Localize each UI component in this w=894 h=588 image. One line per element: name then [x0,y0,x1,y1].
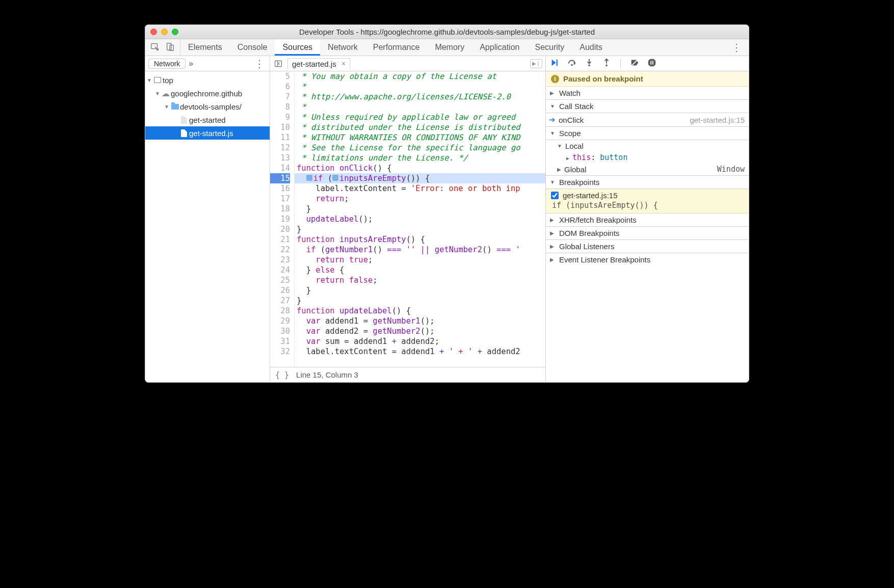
svg-point-8 [588,65,590,67]
tree-top[interactable]: ▼ top [145,73,270,87]
dom-breakpoints-section[interactable]: ▶DOM Breakpoints [546,227,749,240]
file-icon [181,116,187,124]
event-listener-breakpoints-section[interactable]: ▶Event Listener Breakpoints [546,253,749,266]
code-line[interactable]: * You may obtain a copy of the License a… [295,71,545,82]
inspect-icon[interactable] [150,42,160,53]
code-line[interactable]: function updateLabel() { [295,306,545,316]
xhr-breakpoints-section[interactable]: ▶XHR/fetch Breakpoints [546,213,749,227]
tab-performance[interactable]: Performance [365,39,428,56]
code-line[interactable]: var addend2 = getNumber2(); [295,326,545,336]
network-tab[interactable]: Network [148,59,186,69]
code-line[interactable]: } [295,296,545,306]
file-tab[interactable]: get-started.js × [287,58,350,69]
scope-section[interactable]: ▼Scope [546,127,749,140]
tree-origin[interactable]: ▼ googlechrome.github [145,87,270,100]
code-line[interactable]: * [295,82,545,92]
tab-elements[interactable]: Elements [180,39,230,56]
run-snippet-icon[interactable]: ▶❘ [530,59,542,68]
code-line[interactable]: } [295,285,545,296]
paused-banner: i Paused on breakpoint [546,71,749,87]
code-line[interactable]: * limitations under the License. */ [295,153,545,163]
svg-point-6 [571,64,573,66]
code-line[interactable]: } [295,224,545,234]
code-line[interactable]: if (getNumber1() === '' || getNumber2() … [295,245,545,255]
code-line[interactable]: var sum = addend1 + addend2; [295,336,545,346]
svg-rect-13 [652,61,653,64]
svg-rect-12 [650,61,651,64]
minimize-icon[interactable] [161,29,168,35]
code-line[interactable]: return; [295,194,545,204]
info-icon: i [551,75,559,83]
global-listeners-section[interactable]: ▶Global Listeners [546,240,749,253]
navigator-pane: Network » ⋮ ▼ top ▼ googlechrome.github … [145,56,270,382]
tree-file-js[interactable]: get-started.js [145,126,270,140]
callstack-frame[interactable]: ➔ onClick get-started.js:15 [546,113,749,127]
svg-point-10 [606,65,608,67]
watch-section[interactable]: ▶Watch [546,87,749,100]
tab-memory[interactable]: Memory [427,39,472,56]
debugger-pane: i Paused on breakpoint ▶Watch ▼Call Stac… [546,56,749,382]
close-icon[interactable] [150,29,157,35]
breakpoint-checkbox[interactable] [551,192,559,199]
editor-pane: get-started.js × ▶❘ 56789101112131415161… [270,56,546,382]
tree-folder[interactable]: ▼ devtools-samples/ [145,100,270,113]
tab-console[interactable]: Console [230,39,275,56]
code-line[interactable]: function inputsAreEmpty() { [295,234,545,245]
tab-sources[interactable]: Sources [275,39,320,56]
code-line[interactable]: * http://www.apache.org/licenses/LICENSE… [295,92,545,102]
pause-exceptions-icon[interactable] [647,58,656,69]
code-line[interactable]: return false; [295,275,545,285]
resume-icon[interactable] [550,58,559,69]
cloud-icon [161,89,171,98]
navigator-more[interactable]: » [189,59,193,68]
file-icon [181,129,187,137]
svg-rect-2 [170,45,173,50]
code-line[interactable]: updateLabel(); [295,214,545,224]
navigator-menu-icon[interactable]: ⋮ [252,58,267,70]
step-into-icon[interactable] [585,58,594,69]
tab-network[interactable]: Network [320,39,365,56]
scope-this[interactable]: ▶ this: button [546,152,749,163]
scope-global[interactable]: ▶GlobalWindow [546,163,749,176]
tab-application[interactable]: Application [472,39,527,56]
current-frame-icon: ➔ [549,115,556,124]
frame-icon [154,77,161,83]
code-line[interactable]: label.textContent = 'Error: one or both … [295,183,545,194]
traffic-lights [150,29,178,35]
code-line[interactable]: } [295,204,545,214]
pretty-print-icon[interactable]: { } [275,370,289,380]
close-tab-icon[interactable]: × [339,60,348,68]
tab-security[interactable]: Security [527,39,572,56]
code-line[interactable]: var addend1 = getNumber1(); [295,316,545,326]
devtools-window: Developer Tools - https://googlechrome.g… [145,24,749,383]
breakpoint-item[interactable]: get-started.js:15 if (inputsAreEmpty()) … [546,189,749,213]
code-line[interactable]: * Unless required by applicable law or a… [295,112,545,122]
tab-audits[interactable]: Audits [572,39,610,56]
svg-rect-1 [167,43,171,50]
code-line[interactable]: label.textContent = addend1 + ' + ' + ad… [295,346,545,357]
code-line[interactable]: return true; [295,255,545,265]
folder-icon [171,104,179,110]
code-line[interactable]: * See the License for the specific langu… [295,143,545,153]
code-line[interactable]: * distributed under the License is distr… [295,122,545,132]
code-line[interactable]: * [295,102,545,112]
step-over-icon[interactable] [567,58,576,69]
callstack-section[interactable]: ▼Call Stack [546,100,749,113]
code-line[interactable]: function onClick() { [295,163,545,173]
code-line[interactable]: } else { [295,265,545,275]
window-title: Developer Tools - https://googlechrome.g… [145,28,749,36]
code-line[interactable]: * WITHOUT WARRANTIES OR CONDITIONS OF AN… [295,132,545,143]
deactivate-breakpoints-icon[interactable] [630,58,639,69]
file-tree: ▼ top ▼ googlechrome.github ▼ devtools-s… [145,71,270,382]
tree-file-html[interactable]: get-started [145,113,270,126]
maximize-icon[interactable] [172,29,178,35]
svg-rect-5 [557,60,558,66]
breakpoints-section[interactable]: ▼Breakpoints [546,176,749,189]
code-line[interactable]: if (inputsAreEmpty()) { [295,173,545,183]
toggle-navigator-icon[interactable] [273,59,283,69]
more-menu-icon[interactable]: ⋮ [724,39,749,56]
step-out-icon[interactable] [602,58,611,69]
device-icon[interactable] [166,42,175,53]
scope-local[interactable]: ▼Local [546,140,749,152]
titlebar: Developer Tools - https://googlechrome.g… [145,25,749,39]
